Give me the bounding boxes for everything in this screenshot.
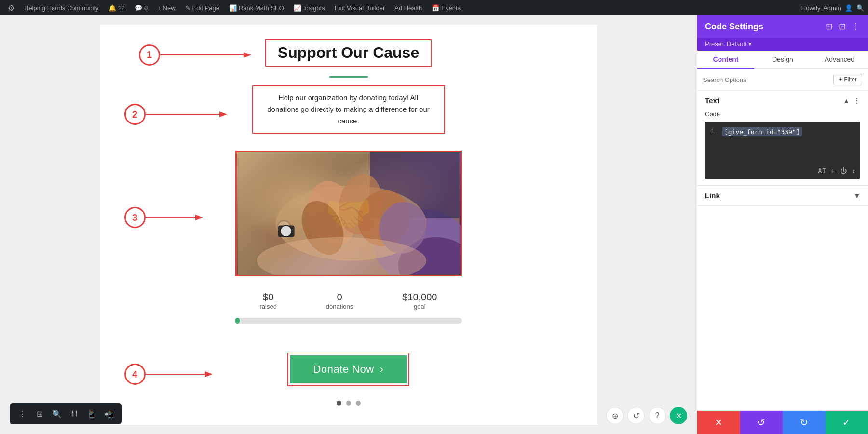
- sort-icon[interactable]: ↕: [852, 167, 855, 175]
- save-button[interactable]: ✓: [826, 411, 868, 434]
- search-options-input[interactable]: [703, 76, 829, 83]
- undo-icon: ↺: [757, 417, 765, 428]
- dot-3[interactable]: [356, 401, 361, 406]
- code-line-1: 1 [give_form id="339"]: [711, 127, 854, 136]
- comment-icon: 💬: [135, 4, 142, 12]
- filter-icon: +: [839, 76, 842, 83]
- filter-label: Filter: [844, 76, 857, 83]
- panel-header-icons: ⊡ ⊟ ⋮: [826, 21, 860, 32]
- panel-preset[interactable]: Preset: Default ▾: [697, 38, 868, 51]
- arrow-3: [146, 213, 208, 222]
- search-icon[interactable]: 🔍: [856, 4, 864, 12]
- code-editor-toolbar: AI + ⏻ ↕: [818, 167, 855, 175]
- bottom-toolbar: ⋮ ⊞ 🔍 🖥 📱 📲: [10, 403, 122, 424]
- insights-label: Insights: [303, 4, 325, 12]
- tab-content[interactable]: Content: [697, 51, 754, 69]
- goal-label: goal: [402, 303, 437, 310]
- power-icon[interactable]: ⏻: [840, 167, 847, 175]
- hands-svg: [237, 152, 461, 275]
- ad-health-button[interactable]: Ad Health: [391, 0, 426, 15]
- question-button[interactable]: ?: [649, 407, 666, 424]
- line-number: 1: [711, 127, 719, 136]
- admin-right: Howdy, Admin 👤 🔍: [801, 4, 864, 12]
- donate-button-box[interactable]: Donate Now ›: [287, 353, 410, 386]
- hands-image: [237, 152, 461, 275]
- stat-raised: $0 raised: [259, 292, 276, 310]
- arrow-4: [146, 369, 218, 379]
- columns-icon[interactable]: ⊟: [839, 21, 846, 32]
- donate-now-button[interactable]: Donate Now ›: [290, 355, 407, 383]
- desktop-view-button[interactable]: 🖥: [67, 406, 82, 421]
- dot-1[interactable]: [337, 401, 341, 406]
- wp-logo[interactable]: ⚙: [4, 0, 18, 15]
- title-underline: [329, 76, 368, 78]
- arrow-2: [146, 109, 232, 119]
- annotation-1: 1: [139, 44, 160, 66]
- expand-icon[interactable]: ⊡: [826, 21, 833, 32]
- help-button[interactable]: ⊕: [606, 407, 624, 424]
- goal-value: $10,000: [402, 292, 437, 303]
- search-options-bar: + Filter: [697, 69, 868, 91]
- close-button[interactable]: ✕: [670, 407, 687, 424]
- image-box: [235, 151, 462, 276]
- avatar-icon: 👤: [845, 4, 853, 12]
- howdy-label: Howdy, Admin: [801, 4, 841, 12]
- filter-button[interactable]: + Filter: [833, 74, 862, 85]
- stat-goal: $10,000 goal: [402, 292, 437, 310]
- donations-value: 0: [326, 292, 353, 303]
- add-icon[interactable]: +: [831, 167, 835, 175]
- more-icon[interactable]: ⋮: [852, 21, 860, 32]
- events-icon: 📅: [432, 4, 439, 12]
- arrow-1: [160, 50, 257, 60]
- exit-builder-button[interactable]: Exit Visual Builder: [331, 0, 389, 15]
- tab-design[interactable]: Design: [754, 51, 811, 69]
- link-section: Link ▼: [697, 186, 868, 206]
- text-section-controls: ▲ ⋮: [843, 97, 860, 105]
- panel-tabs: Content Design Advanced: [697, 51, 868, 69]
- annotation-3: 3: [124, 207, 146, 228]
- undo-button[interactable]: ↺: [740, 411, 783, 434]
- rank-math-button[interactable]: 📊 Rank Math SEO: [225, 0, 288, 15]
- stats-row: $0 raised 0 donations $10,000 goal: [235, 292, 462, 310]
- new-label: + New: [157, 4, 175, 12]
- site-name[interactable]: Helping Hands Community: [20, 0, 103, 15]
- edit-page-button[interactable]: ✎ Edit Page: [181, 0, 223, 15]
- updates-button[interactable]: 🔔 22: [105, 0, 129, 15]
- insights-button[interactable]: 📈 Insights: [290, 0, 329, 15]
- collapse-icon[interactable]: ▲: [843, 97, 850, 105]
- donations-label: donations: [326, 303, 353, 310]
- edit-icon: ✎: [185, 4, 190, 12]
- wireframe-button[interactable]: ⊞: [32, 406, 47, 421]
- bottom-right-icons: ⊕ ↺ ? ✕: [606, 407, 687, 424]
- text-section-header: Text ▲ ⋮: [705, 96, 860, 105]
- link-expand-icon[interactable]: ▼: [854, 192, 860, 200]
- more-options-button[interactable]: ⋮: [14, 406, 30, 421]
- events-button[interactable]: 📅 Events: [428, 0, 464, 15]
- ad-health-label: Ad Health: [394, 4, 422, 12]
- donate-btn-label: Donate Now: [313, 363, 374, 376]
- settings-button[interactable]: ↺: [627, 407, 645, 424]
- text-more-icon[interactable]: ⋮: [854, 97, 860, 105]
- new-button[interactable]: + New: [153, 0, 179, 15]
- edit-page-label: Edit Page: [192, 4, 219, 12]
- dot-2[interactable]: [346, 401, 351, 406]
- mobile-view-button[interactable]: 📲: [101, 406, 117, 421]
- redo-button[interactable]: ↻: [783, 411, 826, 434]
- cancel-button[interactable]: ✕: [697, 411, 740, 434]
- code-editor[interactable]: 1 [give_form id="339"] AI + ⏻ ↕: [705, 122, 860, 179]
- text-section-label: Text: [705, 96, 719, 105]
- tab-advanced[interactable]: Advanced: [811, 51, 868, 69]
- action-buttons: ✕ ↺ ↻ ✓: [697, 410, 868, 434]
- description-box: Help our organization by donating today!…: [252, 85, 445, 134]
- panel-header: Code Settings ⊡ ⊟ ⋮: [697, 15, 868, 38]
- events-label: Events: [441, 4, 461, 12]
- search-button[interactable]: 🔍: [49, 406, 65, 421]
- annotation-4: 4: [124, 364, 146, 385]
- comments-button[interactable]: 💬 0: [131, 0, 151, 15]
- raised-value: $0: [259, 292, 276, 303]
- code-label: Code: [705, 110, 860, 118]
- ai-icon[interactable]: AI: [818, 167, 826, 175]
- tablet-view-button[interactable]: 📱: [84, 406, 99, 421]
- heart-icon: 🔔: [108, 4, 116, 12]
- raised-label: raised: [259, 303, 276, 310]
